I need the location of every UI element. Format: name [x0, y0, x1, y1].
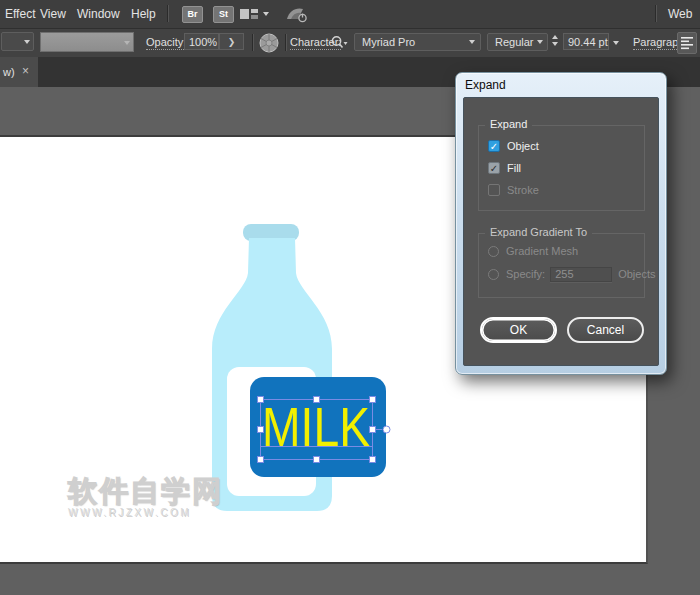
font-family-dropdown[interactable]: Myriad Pro	[354, 33, 481, 51]
stroke-checkbox	[488, 184, 500, 196]
watermark-url-text: WWW.RJZXW.COM	[68, 508, 223, 518]
opacity-label[interactable]: Opacity:	[146, 36, 186, 50]
watermark-chinese-text: 软件自学网	[68, 477, 223, 506]
site-watermark: 软件自学网 WWW.RJZXW.COM	[68, 477, 223, 518]
fill-checkbox[interactable]	[488, 162, 500, 174]
object-checkbox-label: Object	[507, 140, 539, 152]
specify-radio	[488, 269, 499, 280]
object-checkbox[interactable]	[488, 140, 500, 152]
dialog-title: Expand	[465, 78, 506, 92]
controlbar-separator	[252, 34, 254, 51]
fill-checkbox-label: Fill	[507, 162, 521, 174]
gradient-mesh-radio	[488, 246, 499, 257]
chevron-down-icon	[469, 40, 475, 44]
expand-gradient-group: Expand Gradient To Gradient Mesh Specify…	[478, 233, 645, 298]
font-size-chevron-icon[interactable]	[613, 41, 619, 45]
font-size-input[interactable]: 90.44 pt	[563, 33, 609, 50]
stock-icon[interactable]: St	[213, 6, 234, 23]
specify-radio-row: Specify: 255 Objects	[488, 267, 655, 281]
stepper-down-icon[interactable]	[552, 42, 558, 46]
font-style-dropdown[interactable]: Regular	[487, 33, 548, 51]
document-tab[interactable]: w) ×	[0, 57, 38, 87]
gradient-mesh-radio-row: Gradient Mesh	[488, 244, 578, 258]
workspace-chevron-down-icon[interactable]	[263, 12, 269, 16]
cancel-button[interactable]: Cancel	[567, 317, 644, 343]
document-tab-title: w)	[3, 66, 15, 78]
stepper-up-icon[interactable]	[552, 35, 558, 39]
style-swatch-dropdown[interactable]	[40, 32, 134, 52]
fill-checkbox-row[interactable]: Fill	[488, 161, 521, 175]
bridge-icon[interactable]: Br	[182, 6, 203, 23]
objects-suffix-label: Objects	[618, 268, 655, 280]
expand-gradient-legend: Expand Gradient To	[485, 226, 592, 238]
controlbar-separator2	[285, 34, 287, 51]
menu-effect[interactable]: Effect	[5, 7, 35, 21]
menu-bar: Effect View Window Help Br St Web	[0, 0, 700, 28]
workspace-switcher-icon[interactable]	[240, 9, 258, 19]
tab-close-icon[interactable]: ×	[22, 65, 29, 77]
font-size-stepper[interactable]	[552, 35, 558, 46]
stroke-checkbox-label: Stroke	[507, 184, 539, 196]
opacity-flyout-button[interactable]: ❯	[219, 33, 244, 50]
cs-live-icon[interactable]	[286, 6, 308, 23]
menu-view[interactable]: View	[40, 7, 66, 21]
menu-help[interactable]: Help	[131, 7, 156, 21]
recolor-artwork-icon[interactable]	[258, 32, 280, 54]
opacity-input[interactable]: 100%	[184, 33, 219, 50]
chevron-down-icon	[124, 41, 130, 45]
variable-width-dropdown[interactable]	[1, 32, 34, 51]
ok-button[interactable]: OK	[480, 317, 557, 343]
chevron-down-icon	[537, 40, 543, 44]
stroke-checkbox-row: Stroke	[488, 183, 539, 197]
expand-dialog[interactable]: Expand Expand Object Fill Stroke Expand …	[455, 72, 667, 375]
font-search-icon[interactable]	[330, 35, 348, 50]
menubar-separator	[167, 5, 169, 22]
menu-window[interactable]: Window	[77, 7, 120, 21]
gradient-mesh-label: Gradient Mesh	[506, 245, 578, 257]
specify-label: Specify:	[506, 268, 545, 280]
expand-group-legend: Expand	[485, 118, 532, 130]
menubar-separator-right	[655, 5, 657, 22]
align-left-icon	[678, 33, 696, 53]
chevron-down-icon	[24, 40, 30, 44]
align-left-button[interactable]	[677, 32, 697, 54]
web-workspace-label[interactable]: Web	[668, 7, 692, 21]
expand-group: Expand Object Fill Stroke	[478, 125, 645, 211]
specify-objects-input: 255	[550, 267, 612, 282]
control-bar: Opacity: 100% ❯ Character: Myriad Pro Re…	[0, 28, 700, 57]
dialog-body: Expand Object Fill Stroke Expand Gradien…	[463, 97, 659, 366]
object-checkbox-row[interactable]: Object	[488, 139, 539, 153]
